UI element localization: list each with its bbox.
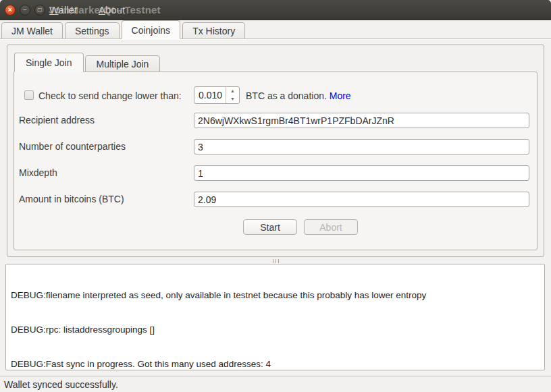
donation-amount-spinner[interactable]: ▲ ▼ [194,86,240,104]
menu-wallet[interactable]: Wallet [49,4,77,16]
close-icon[interactable]: × [5,5,16,16]
amount-btc-input[interactable] [194,192,529,207]
more-link[interactable]: More [330,90,351,101]
start-button[interactable]: Start [243,219,297,235]
tab-settings[interactable]: Settings [65,22,120,39]
status-bar: Wallet synced successfully. [0,376,551,392]
recipient-address-label: Recipient address [19,115,95,125]
tab-frame [0,38,551,40]
spin-down-icon[interactable]: ▼ [226,95,239,103]
donation-suffix-label: BTC as a donation. [246,90,327,101]
amount-btc-label: Amount in bitcoins (BTC) [19,194,124,204]
mixdepth-label: Mixdepth [19,167,57,178]
abort-button[interactable]: Abort [304,219,358,235]
donation-checkbox-label: Check to send change lower than: [38,90,182,101]
log-line: DEBUG:Fast sync in progress. Got this ma… [11,358,540,370]
splitter-handle[interactable] [0,258,551,263]
status-message: Wallet synced successfully. [4,379,118,390]
spinner-arrows[interactable]: ▲ ▼ [226,87,239,103]
spin-up-icon[interactable]: ▲ [226,87,239,95]
join-subtabbar: Single Join Multiple Join [14,53,160,72]
tab-coinjoins[interactable]: Coinjoins [122,20,181,39]
menu-wallet-mnemonic: W [49,4,59,16]
donation-suffix-text: BTC as a donation. More [246,90,351,101]
mixdepth-input[interactable] [194,165,529,181]
subtab-multiple-join[interactable]: Multiple Join [85,55,161,72]
subtab-single-join[interactable]: Single Join [14,53,84,72]
maximize-icon[interactable]: ▢ [34,5,45,16]
log-line: DEBUG:filename interpreted as seed, only… [11,289,540,301]
counterparties-label: Number of counterparties [19,141,126,152]
counterparties-input[interactable] [194,139,529,155]
app-window: × − ▢ JoinMarketQt - Testnet Wallet Abou… [0,0,551,392]
debug-log-output[interactable]: DEBUG:filename interpreted as seed, only… [5,264,545,370]
donation-checkbox[interactable] [24,90,34,100]
menu-about-label: bout [105,4,125,16]
menu-about[interactable]: About [99,4,125,16]
tab-tx-history[interactable]: Tx History [182,22,245,39]
tab-jm-wallet[interactable]: JM Wallet [1,22,63,39]
recipient-address-input[interactable] [194,113,529,128]
donation-amount-input[interactable] [194,87,226,103]
log-line: DEBUG:rpc: listaddressgroupings [] [11,324,540,335]
menu-about-mnemonic: A [99,4,105,16]
main-tabbar: JM Wallet Settings Coinjoins Tx History [1,20,245,39]
titlebar[interactable]: × − ▢ JoinMarketQt - Testnet Wallet Abou… [0,0,551,20]
menu-wallet-label: allet [59,4,78,16]
minimize-icon[interactable]: − [20,5,30,16]
